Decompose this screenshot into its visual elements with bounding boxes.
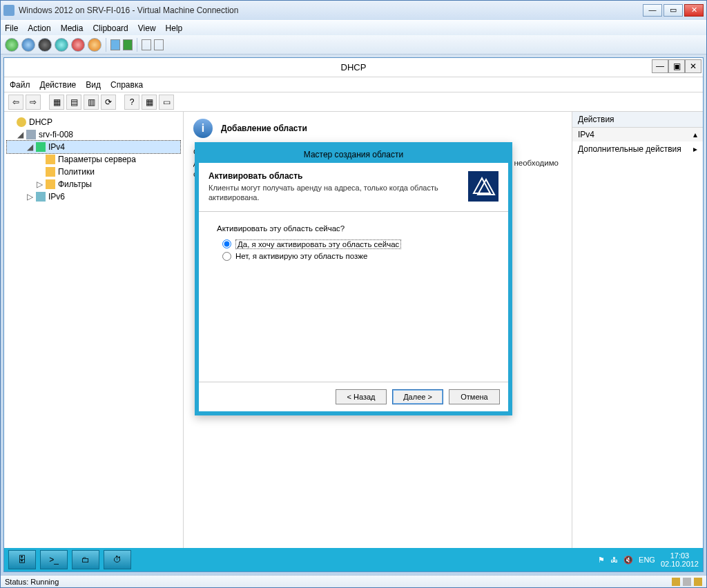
systray[interactable]: ⚑ 🖧 🔇 ENG 17:03 02.10.2012 [598, 551, 699, 568]
vm-turnoff-button[interactable] [38, 38, 52, 52]
tb-view1-button[interactable]: ▦ [142, 95, 157, 110]
vm-snapshot-button[interactable] [142, 39, 151, 50]
radio-activate-later[interactable]: Нет, я активирую эту область позже [222, 252, 490, 261]
vm-save-button[interactable] [71, 38, 85, 52]
tb-export-button[interactable]: ▥ [84, 95, 99, 110]
vm-pause-button[interactable] [88, 38, 101, 52]
folder-icon [46, 167, 55, 177]
clock-time: 17:03 [661, 551, 699, 560]
tb-add-button[interactable]: ▦ [49, 95, 64, 110]
outer-menu-clipboard[interactable]: Clipboard [93, 23, 128, 33]
vm-shutdown-button[interactable] [55, 38, 68, 52]
tree-policies[interactable]: Политики [7, 166, 180, 178]
outer-menu-view[interactable]: View [138, 23, 156, 33]
outer-menu-help[interactable]: Help [166, 23, 183, 33]
tb-props-button[interactable]: ▤ [66, 95, 81, 110]
tb-help-button[interactable]: ? [124, 95, 139, 110]
wizard-title[interactable]: Мастер создания области [199, 146, 508, 163]
vm-pause2-button[interactable] [110, 39, 120, 50]
taskbar: 🗄 >_ 🗀 ⏱ ⚑ 🖧 🔇 ENG 17:03 02.10.2012 [4, 548, 703, 571]
center-pane: i Добавление области Область является ди… [184, 112, 572, 548]
vm-icon [3, 5, 14, 16]
inner-menu: Файл Действие Вид Справка [4, 77, 703, 92]
tree-pane[interactable]: DHCP ◢srv-fi-008 ◢IPv4 Параметры сервера… [4, 112, 184, 548]
vm-reset-button[interactable] [123, 39, 133, 50]
radio-activate-now[interactable]: Да, я хочу активировать эту область сейч… [222, 239, 490, 249]
tree-filters[interactable]: ▷Фильтры [7, 178, 180, 190]
sound-icon[interactable]: 🔇 [623, 556, 633, 565]
pin-icon [694, 578, 702, 586]
radio-activate-later-input[interactable] [222, 252, 231, 261]
vm-start-button[interactable] [21, 38, 35, 52]
tree-ipv4[interactable]: ◢IPv4 [7, 141, 180, 153]
taskbar-powershell[interactable]: >_ [40, 550, 68, 569]
tree-server-params[interactable]: Параметры сервера [7, 153, 180, 166]
actions-more[interactable]: Дополнительные действия▸ [572, 141, 703, 157]
info-icon: i [193, 119, 213, 138]
toolbar-sep [106, 38, 106, 52]
wizard-back-button[interactable]: < Назад [336, 389, 387, 404]
nav-back-button[interactable]: ⇦ [8, 95, 23, 110]
flag-icon[interactable]: ⚑ [598, 556, 605, 565]
outer-menu-action[interactable]: Action [28, 23, 50, 33]
lock-icon [672, 578, 680, 586]
outer-maximize-button[interactable]: ▭ [664, 4, 683, 17]
inner-minimize-button[interactable]: — [652, 59, 668, 73]
radio-activate-now-input[interactable] [222, 239, 231, 248]
actions-ipv4[interactable]: IPv4▴ [572, 128, 703, 141]
inner-title: DHCP [341, 62, 367, 72]
folder-icon [46, 179, 55, 189]
scope-wizard-dialog: Мастер создания области Активировать обл… [195, 142, 512, 415]
wizard-next-button[interactable]: Далее > [392, 389, 443, 404]
collapse-icon: ▴ [693, 130, 697, 139]
vm-revert-button[interactable] [154, 39, 164, 50]
tree-ipv4-label: IPv4 [48, 142, 65, 152]
tree-ipv6-label: IPv6 [48, 192, 65, 202]
tree-ipv6[interactable]: ▷IPv6 [7, 190, 180, 203]
tree-server[interactable]: ◢srv-fi-008 [7, 128, 180, 141]
ipv4-icon [36, 142, 46, 152]
server-icon [26, 130, 36, 139]
inner-close-button[interactable]: ✕ [685, 59, 701, 73]
inner-menu-file[interactable]: Файл [10, 80, 30, 90]
actions-pane: Действия IPv4▴ Дополнительные действия▸ [572, 112, 703, 548]
outer-titlebar[interactable]: Windows 2012 on SRV-FI-016 - Virtual Mac… [1, 1, 706, 20]
nav-fwd-button[interactable]: ⇨ [26, 95, 41, 110]
tree-server-label: srv-fi-008 [39, 130, 73, 139]
outer-minimize-button[interactable]: — [643, 4, 662, 17]
wizard-subheading: Клиенты могут получать аренду на адреса,… [209, 183, 460, 203]
tb-view2-button[interactable]: ▭ [159, 95, 174, 110]
taskbar-server-manager[interactable]: 🗄 [8, 550, 36, 569]
network-icon[interactable]: 🖧 [610, 556, 618, 564]
dhcp-icon: ⏱ [113, 555, 122, 565]
panes: DHCP ◢srv-fi-008 ◢IPv4 Параметры сервера… [4, 112, 703, 548]
vm-ctrl-alt-del-button[interactable] [5, 38, 19, 52]
taskbar-explorer[interactable]: 🗀 [72, 550, 99, 569]
tb-refresh-button[interactable]: ⟳ [101, 95, 116, 110]
inner-maximize-button[interactable]: ▣ [668, 59, 685, 73]
tree-policies-label: Политики [58, 167, 95, 177]
inner-menu-view[interactable]: Вид [86, 80, 101, 90]
inner-titlebar[interactable]: DHCP — ▣ ✕ [4, 58, 703, 77]
actions-more-label: Дополнительные действия [578, 144, 681, 154]
chevron-right-icon: ▸ [693, 144, 697, 154]
outer-title: Windows 2012 on SRV-FI-016 - Virtual Mac… [19, 6, 643, 15]
clock[interactable]: 17:03 02.10.2012 [661, 551, 699, 568]
center-heading: Добавление области [221, 124, 307, 133]
radio-activate-later-label: Нет, я активирую эту область позже [235, 252, 367, 260]
inner-menu-help[interactable]: Справка [110, 80, 143, 90]
vm-window: Windows 2012 on SRV-FI-016 - Virtual Mac… [0, 0, 707, 588]
radio-activate-now-label: Да, я хочу активировать эту область сейч… [235, 239, 401, 249]
lang-indicator[interactable]: ENG [639, 556, 655, 564]
inner-menu-action[interactable]: Действие [40, 80, 77, 90]
tree-params-label: Параметры сервера [58, 155, 136, 164]
actions-ipv4-label: IPv4 [578, 130, 594, 139]
outer-menu-file[interactable]: File [5, 23, 18, 33]
outer-menu-media[interactable]: Media [61, 23, 84, 33]
wizard-cancel-button[interactable]: Отмена [449, 389, 500, 404]
vm-statusbar: Status: Running [1, 575, 706, 587]
tree-root[interactable]: DHCP [7, 116, 180, 128]
taskbar-dhcp[interactable]: ⏱ [104, 550, 131, 569]
toolbar-sep2 [137, 38, 137, 52]
outer-close-button[interactable]: ✕ [684, 4, 704, 17]
